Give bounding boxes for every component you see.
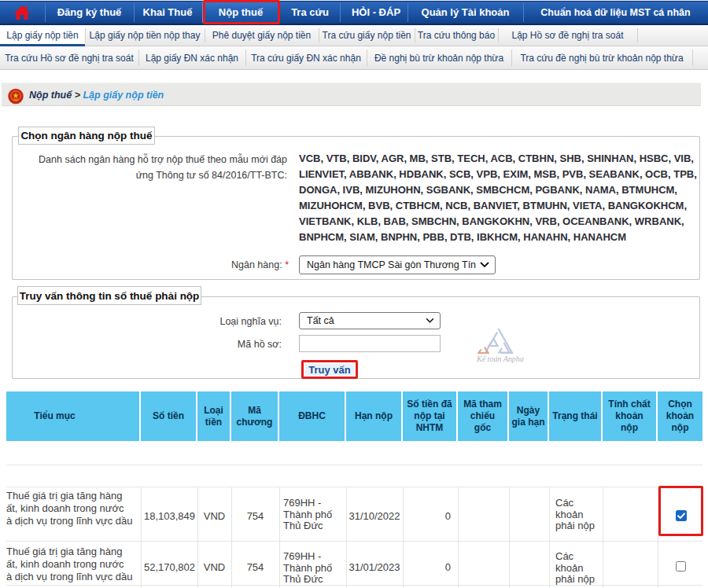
svg-text:Kế toán Anpha: Kế toán Anpha — [476, 355, 524, 363]
